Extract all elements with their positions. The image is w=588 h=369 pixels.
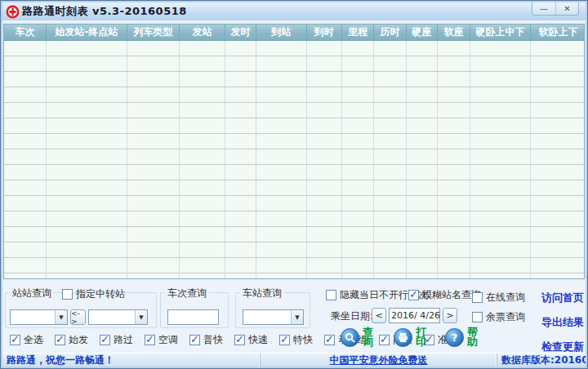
filter-checkbox[interactable]: 普快 <box>189 333 223 347</box>
column-header[interactable]: 软座 <box>437 24 470 40</box>
filter-checkbox-box[interactable] <box>55 335 65 345</box>
column-header[interactable]: 车次 <box>4 24 46 40</box>
filter-checkbox[interactable]: 全选 <box>10 333 43 347</box>
table-cell <box>127 257 180 273</box>
chevron-down-icon[interactable]: ▼ <box>135 310 147 324</box>
travel-date-picker[interactable]: 2016/ 4/26 ▼ <box>389 308 440 323</box>
online-query-checkbox[interactable]: 在线查询 <box>472 291 525 305</box>
table-cell <box>306 164 341 180</box>
station-lookup-combobox[interactable]: ▼ <box>243 309 304 325</box>
filter-checkbox-box[interactable] <box>279 335 290 345</box>
fuzzy-name-checkbox[interactable]: 模糊站名查询 <box>408 288 481 302</box>
table-row[interactable] <box>4 40 585 56</box>
filter-checkbox[interactable]: 快速 <box>234 333 268 347</box>
table-row[interactable] <box>4 195 585 211</box>
table-row[interactable] <box>4 211 585 226</box>
column-header[interactable]: 历时 <box>374 24 406 40</box>
transfer-checkbox-box[interactable] <box>62 289 73 300</box>
filter-checkbox-box[interactable] <box>234 335 245 345</box>
print-button-label: 打印 <box>415 327 427 347</box>
side-link[interactable]: 导出结果 <box>541 315 584 330</box>
travel-date-value[interactable]: 2016/ 4/26 <box>390 310 442 321</box>
ticket-query-box[interactable] <box>472 312 483 322</box>
swap-stations-button[interactable]: <-> <box>70 309 86 325</box>
column-header[interactable]: 列车类型 <box>127 24 180 40</box>
column-header[interactable]: 发时 <box>225 24 256 40</box>
filter-checkbox-label: 快速 <box>248 333 268 347</box>
table-row[interactable] <box>4 149 585 164</box>
table-row[interactable] <box>4 71 585 87</box>
print-button[interactable]: 打印 <box>394 327 427 347</box>
table-row[interactable] <box>4 118 585 133</box>
table-cell <box>530 257 585 273</box>
ticket-query-checkbox[interactable]: 余票查询 <box>472 310 525 324</box>
date-prev-button[interactable]: < <box>372 308 386 323</box>
chevron-down-icon[interactable]: ▼ <box>55 310 67 324</box>
table-row[interactable] <box>4 180 585 195</box>
station-lookup-value[interactable] <box>243 310 291 324</box>
date-next-button[interactable]: > <box>443 308 457 323</box>
column-header[interactable]: 发站 <box>180 24 225 40</box>
search-button[interactable]: 查询 <box>341 327 374 347</box>
column-header[interactable]: 里程 <box>341 24 373 40</box>
minimize-button[interactable]: — <box>532 2 555 15</box>
filter-checkbox[interactable]: 始发 <box>55 333 88 347</box>
to-station-combobox[interactable]: ▼ <box>88 309 148 325</box>
table-cell <box>374 164 406 180</box>
filter-checkbox-box[interactable] <box>324 335 335 345</box>
table-row[interactable] <box>4 56 585 71</box>
table-cell <box>530 149 585 164</box>
side-links: 访问首页导出结果检查更新 <box>541 291 584 354</box>
column-header[interactable]: 始发站-终点站 <box>46 24 127 40</box>
hide-nonrunning-box[interactable] <box>326 290 336 300</box>
table-row[interactable] <box>4 257 585 273</box>
table-row[interactable] <box>4 242 585 257</box>
table-cell <box>256 133 307 149</box>
filter-checkbox-box[interactable] <box>10 335 20 345</box>
table-cell <box>180 71 225 87</box>
table-cell <box>46 242 127 257</box>
table-cell <box>530 242 585 257</box>
column-header[interactable]: 到站 <box>256 24 307 40</box>
side-link[interactable]: 访问首页 <box>541 291 584 305</box>
table-cell <box>374 211 406 226</box>
filter-checkbox-box[interactable] <box>379 335 390 345</box>
close-button[interactable]: ✕ <box>555 2 578 15</box>
filter-checkbox[interactable]: 路过 <box>100 333 133 347</box>
table-row[interactable] <box>4 87 585 102</box>
table-cell <box>374 180 406 195</box>
column-header[interactable]: 软卧上下 <box>530 24 585 40</box>
help-button[interactable]: ? 帮助 <box>445 327 479 347</box>
filter-checkbox-box[interactable] <box>189 335 200 345</box>
table-row[interactable] <box>4 102 585 118</box>
online-query-box[interactable] <box>472 292 483 303</box>
table-cell <box>4 211 46 226</box>
table-cell <box>470 273 531 279</box>
to-station-value[interactable] <box>89 310 135 324</box>
column-header[interactable]: 到时 <box>306 24 341 40</box>
from-station-value[interactable] <box>11 310 55 324</box>
column-header[interactable]: 硬座 <box>406 24 437 40</box>
column-header[interactable]: 硬卧上中下 <box>470 24 531 40</box>
table-row[interactable] <box>4 164 585 180</box>
table-row[interactable] <box>4 226 585 242</box>
insurance-ad-link[interactable]: 中国平安意外险免费送 <box>330 353 428 367</box>
filter-checkbox[interactable]: 特快 <box>279 333 313 347</box>
transfer-station-checkbox[interactable]: 指定中转站 <box>62 287 125 301</box>
table-cell <box>374 242 406 257</box>
chevron-down-icon[interactable]: ▼ <box>291 310 303 324</box>
table-row[interactable] <box>4 133 585 149</box>
table-cell <box>437 257 470 273</box>
filter-checkbox-box[interactable] <box>145 335 155 345</box>
table-cell <box>406 195 437 211</box>
table-cell <box>530 118 585 133</box>
filter-checkbox[interactable]: 空调 <box>145 333 178 347</box>
fuzzy-name-box[interactable] <box>408 290 419 300</box>
table-cell <box>127 118 180 133</box>
table-row[interactable] <box>4 273 585 279</box>
table-cell <box>530 164 585 180</box>
table-cell <box>306 40 341 56</box>
train-number-input[interactable] <box>167 309 219 325</box>
from-station-combobox[interactable]: ▼ <box>10 309 68 325</box>
filter-checkbox-box[interactable] <box>100 335 110 345</box>
